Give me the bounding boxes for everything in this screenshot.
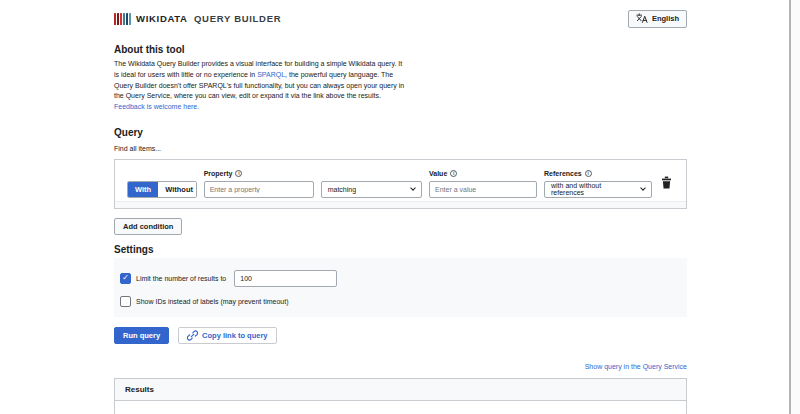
action-buttons: Run query Copy link to query (114, 327, 687, 344)
toggle-without-button[interactable]: Without (158, 182, 196, 197)
trash-icon (661, 176, 672, 189)
copy-link-button[interactable]: Copy link to query (178, 327, 276, 344)
condition-group: With Without Property i matching (114, 159, 687, 209)
checkmark-icon: ✓ (122, 274, 129, 282)
show-ids-label: Show IDs instead of labels (may prevent … (136, 298, 289, 305)
show-ids-row: ✓ Show IDs instead of labels (may preven… (120, 296, 681, 307)
chevron-down-icon (410, 186, 416, 192)
service-link-row: Show query in the Query Service (114, 355, 687, 373)
value-input[interactable] (429, 181, 537, 198)
condition-group-footer (115, 201, 686, 208)
scrollbar-thumb[interactable] (789, 0, 791, 414)
logo-text: WIKIDATA QUERY BUILDER (136, 13, 281, 24)
references-field: References i with and without references (544, 170, 652, 198)
references-info-icon[interactable]: i (585, 170, 592, 177)
limit-results-checkbox[interactable]: ✓ (120, 273, 131, 284)
about-paragraph: The Wikidata Query Builder provides a vi… (114, 59, 406, 113)
results-body: Results will be displayed here (115, 401, 686, 414)
add-condition-button[interactable]: Add condition (114, 218, 182, 235)
show-ids-checkbox[interactable]: ✓ (120, 296, 131, 307)
copy-link-label: Copy link to query (202, 331, 267, 340)
limit-results-label: Limit the number of results to (136, 275, 226, 282)
wikidata-logo-icon (114, 13, 131, 25)
results-header: Results (115, 379, 686, 401)
language-button[interactable]: English (628, 10, 687, 28)
references-label: References (544, 170, 582, 177)
run-query-button[interactable]: Run query (114, 327, 169, 344)
language-button-label: English (652, 14, 679, 23)
logo-query-builder: QUERY BUILDER (194, 13, 281, 24)
limit-results-input[interactable] (234, 270, 337, 287)
scrollbar-track (791, 0, 800, 414)
show-query-service-link[interactable]: Show query in the Query Service (585, 363, 687, 370)
value-label-row: Value i (429, 170, 537, 177)
delete-condition-button[interactable] (659, 174, 674, 194)
value-label: Value (429, 170, 447, 177)
settings-panel: ✓ Limit the number of results to ✓ Show … (114, 258, 687, 317)
wikidata-query-builder-logo[interactable]: WIKIDATA QUERY BUILDER (114, 13, 281, 25)
find-all-items-label: Find all items... (114, 145, 687, 152)
page: WIKIDATA QUERY BUILDER English About thi… (0, 0, 800, 414)
references-select-value: with and without references (551, 182, 636, 196)
property-info-icon[interactable]: i (235, 170, 242, 177)
feedback-link[interactable]: Feedback is welcome here. (114, 103, 199, 110)
link-icon (187, 330, 198, 341)
matching-select-value: matching (328, 186, 356, 193)
results-section: Results Results will be displayed here (114, 378, 687, 414)
value-info-icon[interactable]: i (450, 170, 457, 177)
header: WIKIDATA QUERY BUILDER English (114, 0, 687, 28)
references-label-row: References i (544, 170, 652, 177)
query-heading: Query (114, 127, 687, 138)
about-heading: About this tool (114, 44, 687, 55)
property-field: Property i (204, 170, 314, 198)
sparql-link[interactable]: SPARQL (257, 71, 285, 78)
property-label-row: Property i (204, 170, 314, 177)
property-label: Property (204, 170, 233, 177)
references-select[interactable]: with and without references (544, 181, 652, 198)
logo-wikidata: WIKIDATA (136, 13, 188, 24)
settings-heading: Settings (114, 244, 687, 255)
value-field: Value i (429, 170, 537, 198)
property-input[interactable] (204, 181, 314, 198)
toggle-with-button[interactable]: With (128, 182, 158, 197)
with-without-toggle: With Without (127, 181, 197, 198)
language-icon (636, 13, 648, 25)
condition-row: With Without Property i matching (115, 160, 686, 201)
limit-results-row: ✓ Limit the number of results to (120, 270, 681, 287)
matching-select[interactable]: matching (321, 181, 422, 198)
chevron-down-icon (640, 186, 646, 192)
